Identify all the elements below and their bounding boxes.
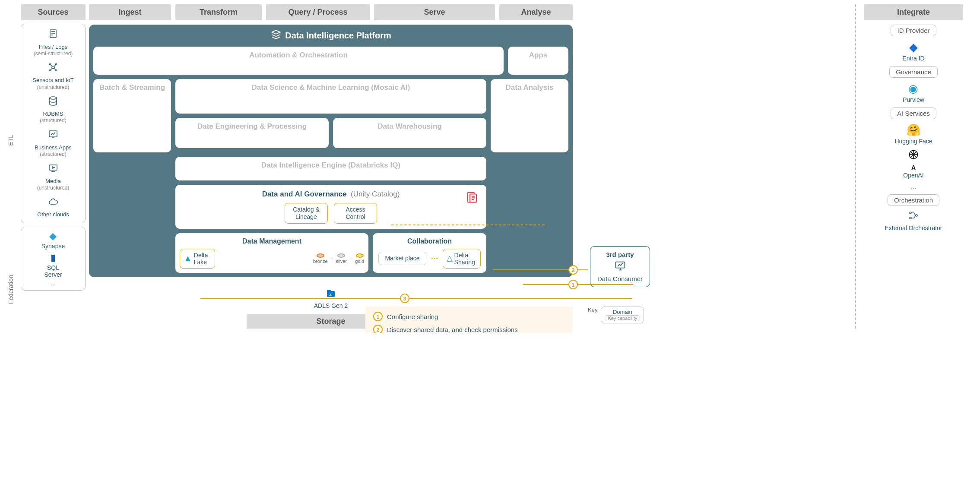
- svc-ext-orch: External Orchestrator: [885, 210, 942, 231]
- svg-point-1: [52, 66, 54, 69]
- openai-icon: [908, 149, 919, 163]
- adls-icon: [325, 288, 337, 301]
- federation-box: ◆Synapse ▮SQL Server …: [21, 227, 86, 291]
- database-icon: [40, 96, 66, 109]
- step-1-marker: 1: [568, 280, 578, 289]
- platform-title: Data Intelligence Platform: [93, 29, 568, 42]
- step-3-marker: 3: [400, 294, 409, 303]
- platform: Data Intelligence Platform Automation & …: [89, 25, 573, 277]
- col-query: Query / Process: [266, 4, 370, 20]
- source-rdbms: RDBMS (structured): [40, 96, 66, 124]
- monitor-icon: [613, 260, 628, 273]
- col-transform: Transform: [175, 4, 262, 20]
- arrow-icon: →: [330, 256, 334, 261]
- box-data-management: Data Management ▲ Delta Lake bronze → si…: [175, 233, 368, 273]
- sources-header: Sources: [21, 4, 86, 20]
- source-iot: Sensors and IoT (unstructured): [32, 62, 73, 91]
- col-ingest: Ingest: [89, 4, 171, 20]
- integrate-header: Integrate: [864, 4, 963, 20]
- center-headers: Ingest Transform Query / Process Serve A…: [89, 4, 852, 20]
- media-icon: [37, 163, 70, 176]
- stack-icon: [270, 29, 282, 42]
- col-analyse: Analyse: [499, 4, 573, 20]
- box-dw: Data Warehousing: [333, 118, 486, 148]
- box-collaboration: Collaboration Market place △ Delta Shari…: [373, 233, 486, 273]
- chip-idp: ID Provider: [891, 25, 936, 36]
- bronze-icon: [317, 253, 324, 258]
- box-de: Date Engineering & Processing: [175, 118, 329, 148]
- box-analysis: Data Analysis: [491, 79, 568, 152]
- chip-gov: Governance: [889, 66, 938, 78]
- sources-box: Files / Logs (semi-structured) Sensors a…: [21, 24, 86, 223]
- integrate-col: Integrate ID Provider ◆ Entra ID Governa…: [855, 4, 963, 329]
- catalog-lineage: Catalog & Lineage: [285, 203, 328, 224]
- source-clouds: Other clouds: [37, 196, 69, 218]
- svg-rect-13: [327, 290, 331, 292]
- source-media: Media (unstructured): [37, 163, 70, 191]
- medallion: bronze → silver → gold: [313, 253, 364, 264]
- box-apps: Apps: [508, 47, 568, 75]
- file-icon: [34, 28, 73, 42]
- chip-orch: Orchestration: [888, 194, 939, 206]
- delta-sharing-icon: △: [447, 254, 453, 263]
- gold-icon: [356, 253, 364, 258]
- svg-point-16: [910, 217, 911, 219]
- arrow-icon: →: [349, 256, 353, 261]
- source-files: Files / Logs (semi-structured): [34, 28, 73, 57]
- federation-label: Federation: [7, 275, 14, 304]
- purview-icon: ◉: [908, 82, 918, 95]
- svg-rect-12: [327, 291, 335, 297]
- box-governance: Data and AI Governance (Unity Catalog) C…: [175, 185, 486, 229]
- silver-icon: [337, 253, 345, 258]
- box-batch: Batch & Streaming: [93, 79, 171, 152]
- delta-sharing-box: △ Delta Sharing: [443, 249, 481, 269]
- arrow-icon: [431, 258, 438, 259]
- chip-ai: AI Services: [891, 108, 936, 119]
- chart-icon: [35, 129, 71, 142]
- sqlserver-icon: ▮: [51, 252, 56, 263]
- svc-purview: ◉ Purview: [903, 82, 924, 103]
- source-bizapps: Business Apps (structured): [35, 129, 71, 158]
- etl-label: ETL: [7, 135, 14, 146]
- svc-entra: ◆ Entra ID: [902, 41, 924, 62]
- col-serve: Serve: [374, 4, 495, 20]
- svc-openai: A OpenAI: [903, 149, 923, 179]
- svg-rect-8: [49, 165, 57, 170]
- svg-point-6: [50, 97, 57, 99]
- key-legend: Key Domain Key capability: [588, 307, 644, 323]
- delta-lake-box: ▲ Delta Lake: [180, 249, 215, 269]
- svg-rect-0: [50, 30, 56, 38]
- cloud-icon: [37, 196, 69, 210]
- box-engine: Data Intelligence Engine (Databricks IQ): [175, 157, 486, 180]
- marketplace-box: Market place: [378, 252, 426, 265]
- svc-hf: 🤗 Hugging Face: [894, 123, 932, 145]
- svc-more: …: [910, 183, 917, 190]
- vertical-labels: ETL Federation: [4, 4, 17, 329]
- steps-legend: 1Configure sharing 2Discover shared data…: [365, 307, 573, 333]
- iot-icon: [32, 62, 73, 76]
- step-2-marker: 2: [568, 265, 578, 275]
- box-dsml: Data Science & Machine Learning (Mosaic …: [175, 79, 486, 114]
- synapse-icon: ◆: [49, 231, 57, 242]
- access-control: Access Control: [334, 203, 377, 224]
- catalog-icon: [466, 191, 479, 207]
- svg-point-15: [910, 212, 911, 214]
- delta-icon: ▲: [184, 253, 192, 263]
- box-automation: Automation & Orchestration: [93, 47, 504, 75]
- third-party-box: 3rd party Data Consumer: [590, 246, 650, 287]
- orchestrator-icon: [907, 210, 920, 224]
- huggingface-icon: 🤗: [907, 123, 920, 137]
- entra-icon: ◆: [909, 41, 918, 54]
